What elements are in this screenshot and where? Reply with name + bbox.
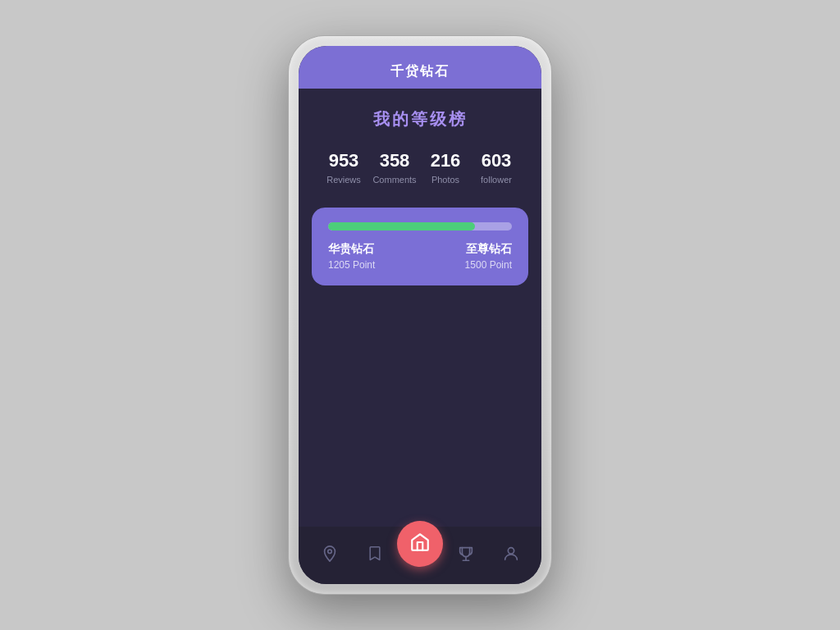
stat-photos-number: 216 xyxy=(431,150,461,171)
trophy-icon xyxy=(457,545,475,566)
person-icon xyxy=(502,545,520,566)
progress-right-title: 至尊钻石 xyxy=(466,242,512,257)
phone-screen: 千贷钻石 我的等级榜 953 Reviews 358 Comments 216 … xyxy=(299,46,541,584)
stat-follower: 603 follower xyxy=(471,150,522,185)
bookmark-icon xyxy=(367,545,383,566)
svg-point-0 xyxy=(327,550,331,554)
stats-row: 953 Reviews 358 Comments 216 Photos 603 … xyxy=(312,150,528,185)
top-bar-title: 千贷钻石 xyxy=(390,63,450,80)
stat-photos-label: Photos xyxy=(431,175,459,185)
stat-comments-number: 358 xyxy=(380,150,410,171)
stat-follower-number: 603 xyxy=(482,150,512,171)
section-title: 我的等级榜 xyxy=(373,108,468,130)
progress-labels: 华贵钻石 1205 Point 至尊钻石 1500 Point xyxy=(328,242,512,271)
stat-photos: 216 Photos xyxy=(420,150,471,185)
phone-frame: 千贷钻石 我的等级榜 953 Reviews 358 Comments 216 … xyxy=(289,36,551,594)
progress-left: 华贵钻石 1205 Point xyxy=(328,242,375,271)
home-icon xyxy=(409,532,431,556)
nav-location[interactable] xyxy=(307,545,352,566)
bottom-nav xyxy=(299,527,541,584)
nav-trophy[interactable] xyxy=(443,545,488,566)
stat-follower-label: follower xyxy=(481,175,512,185)
stat-comments-label: Comments xyxy=(372,175,416,185)
location-icon xyxy=(321,545,339,566)
stat-comments: 358 Comments xyxy=(369,150,420,185)
stat-reviews: 953 Reviews xyxy=(318,150,369,185)
progress-left-title: 华贵钻石 xyxy=(328,242,375,257)
progress-bar-background xyxy=(328,222,512,231)
progress-left-points: 1205 Point xyxy=(328,259,375,271)
nav-home-wrapper xyxy=(397,544,443,567)
nav-home-button[interactable] xyxy=(397,521,443,567)
progress-card: 华贵钻石 1205 Point 至尊钻石 1500 Point xyxy=(312,208,528,285)
stat-reviews-label: Reviews xyxy=(326,175,361,185)
content-area: 我的等级榜 953 Reviews 358 Comments 216 Photo… xyxy=(299,89,541,527)
top-bar: 千贷钻石 xyxy=(299,46,541,89)
nav-bookmark[interactable] xyxy=(352,545,397,566)
nav-profile[interactable] xyxy=(488,545,533,566)
progress-right: 至尊钻石 1500 Point xyxy=(465,242,512,271)
stat-reviews-number: 953 xyxy=(329,150,359,171)
svg-point-1 xyxy=(508,548,514,554)
progress-right-points: 1500 Point xyxy=(465,259,512,271)
progress-bar-fill xyxy=(328,222,475,231)
